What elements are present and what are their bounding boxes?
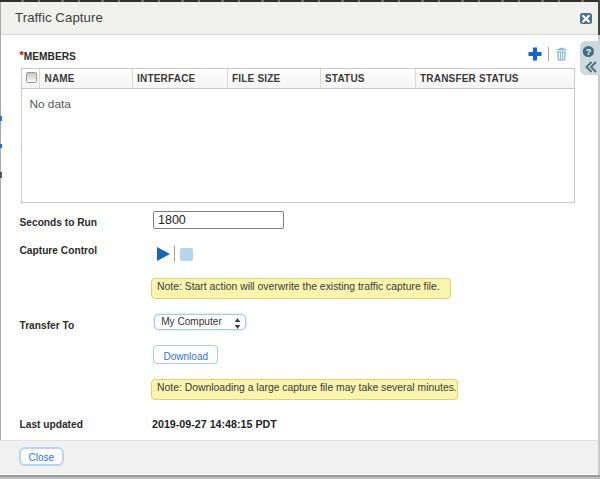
svg-text:?: ? (586, 47, 592, 57)
